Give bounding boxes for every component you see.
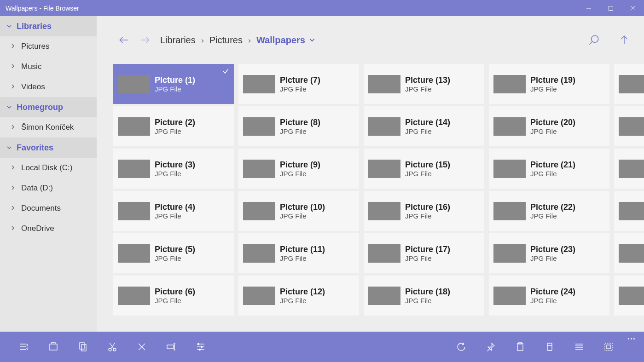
file-info: Picture (3)JPG File xyxy=(155,160,195,178)
file-info: Picture (17)JPG File xyxy=(405,245,450,262)
new-folder-button[interactable] xyxy=(39,332,68,362)
file-tile[interactable]: Picture (16)JPG File xyxy=(364,191,484,231)
up-button[interactable] xyxy=(614,29,635,51)
maximize-button[interactable] xyxy=(600,0,622,16)
sidebar-section-favorites[interactable]: Favorites xyxy=(0,138,97,158)
file-type: JPG File xyxy=(405,212,450,220)
file-thumbnail xyxy=(243,287,275,305)
file-tile[interactable]: Picture (3)JPG File xyxy=(113,149,234,189)
file-tile[interactable]: Picture (25)JPG File xyxy=(614,64,644,104)
file-name: Picture (4) xyxy=(155,202,195,212)
file-thumbnail xyxy=(368,202,400,220)
file-type: JPG File xyxy=(530,127,575,135)
file-type: JPG File xyxy=(280,85,320,93)
sidebar-item-local-disk-c-[interactable]: Local Disk (C:) xyxy=(0,158,97,178)
file-info: Picture (15)JPG File xyxy=(405,160,450,178)
paste-button[interactable] xyxy=(505,332,535,362)
file-tile[interactable]: Picture (28)JPG File xyxy=(614,191,644,231)
file-tile[interactable]: Picture (12)JPG File xyxy=(238,276,359,316)
file-thumbnail xyxy=(619,75,644,93)
file-tile[interactable]: Picture (26)JPG File xyxy=(614,106,644,146)
file-type: JPG File xyxy=(530,212,575,220)
delete-button[interactable] xyxy=(127,332,157,362)
svg-rect-30 xyxy=(547,343,552,351)
file-tile[interactable]: Picture (5)JPG File xyxy=(113,233,234,273)
cut-button[interactable] xyxy=(98,332,127,362)
file-tile[interactable]: Picture (27)JPG File xyxy=(614,149,644,189)
rename-button[interactable] xyxy=(157,332,186,362)
breadcrumb-current[interactable]: Wallpapers xyxy=(256,35,305,46)
pin-button[interactable] xyxy=(476,332,505,362)
file-type: JPG File xyxy=(405,127,450,135)
select-all-button[interactable] xyxy=(9,332,39,362)
refresh-button[interactable] xyxy=(447,332,476,362)
chevron-right-icon xyxy=(10,163,16,172)
rotate-button[interactable] xyxy=(535,332,564,362)
file-tile[interactable]: Picture (19)JPG File xyxy=(489,64,609,104)
file-info: Picture (18)JPG File xyxy=(405,287,450,305)
copy-button[interactable] xyxy=(68,332,98,362)
bottom-toolbar xyxy=(0,332,644,362)
file-tile[interactable]: Picture (15)JPG File xyxy=(364,149,484,189)
sidebar-section-libraries[interactable]: Libraries xyxy=(0,16,97,36)
file-tile[interactable]: Picture (24)JPG File xyxy=(489,276,609,316)
file-tile[interactable]: Picture (6)JPG File xyxy=(113,276,234,316)
chevron-right-icon xyxy=(10,184,16,193)
file-tile[interactable]: Picture (23)JPG File xyxy=(489,233,609,273)
file-tile[interactable]: Picture (20)JPG File xyxy=(489,106,609,146)
file-tile[interactable]: Picture (9)JPG File xyxy=(238,149,359,189)
file-type: JPG File xyxy=(155,127,195,135)
list-view-button[interactable] xyxy=(564,332,594,362)
sidebar-item-videos[interactable]: Videos xyxy=(0,77,97,97)
sidebar-item-documents[interactable]: Documents xyxy=(0,198,97,218)
svg-rect-10 xyxy=(80,343,84,349)
file-tile[interactable]: Picture (11)JPG File xyxy=(238,233,359,273)
file-tile[interactable]: Picture (22)JPG File xyxy=(489,191,609,231)
chevron-right-icon xyxy=(247,35,252,46)
chevron-right-icon xyxy=(10,42,16,51)
file-type: JPG File xyxy=(280,170,320,178)
file-tile[interactable]: Picture (29)JPG File xyxy=(614,233,644,273)
sidebar-section-homegroup[interactable]: Homegroup xyxy=(0,97,97,117)
file-type: JPG File xyxy=(155,297,195,305)
file-tile[interactable]: Picture (1)JPG File xyxy=(113,64,234,104)
file-name: Picture (14) xyxy=(405,118,450,127)
grid-view-button[interactable] xyxy=(594,332,623,362)
sidebar-item--imon-kon-ek[interactable]: Šimon Koníček xyxy=(0,117,97,138)
chevron-down-icon xyxy=(6,103,12,112)
sidebar-item-pictures[interactable]: Pictures xyxy=(0,36,97,57)
file-tile[interactable]: Picture (7)JPG File xyxy=(238,64,359,104)
close-button[interactable] xyxy=(622,0,644,16)
file-tile[interactable]: Picture (18)JPG File xyxy=(364,276,484,316)
file-info: Picture (1)JPG File xyxy=(155,75,195,93)
search-button[interactable] xyxy=(583,29,604,51)
file-thumbnail xyxy=(368,244,400,263)
file-tile[interactable]: Picture (4)JPG File xyxy=(113,191,234,231)
chevron-down-icon[interactable] xyxy=(309,35,315,46)
file-name: Picture (18) xyxy=(405,287,450,297)
breadcrumb-part[interactable]: Pictures xyxy=(209,35,243,46)
sidebar-item-music[interactable]: Music xyxy=(0,57,97,77)
file-type: JPG File xyxy=(405,297,450,305)
file-tile[interactable]: Picture (14)JPG File xyxy=(364,106,484,146)
file-info: Picture (13)JPG File xyxy=(405,75,450,93)
file-thumbnail xyxy=(118,287,150,305)
file-name: Picture (9) xyxy=(280,160,320,170)
minimize-button[interactable] xyxy=(578,0,600,16)
file-tile[interactable]: Picture (2)JPG File xyxy=(113,106,234,146)
file-tile[interactable]: Picture (13)JPG File xyxy=(364,64,484,104)
breadcrumb-part[interactable]: Libraries xyxy=(160,35,196,46)
properties-button[interactable] xyxy=(186,332,215,362)
file-tile[interactable]: Picture (30)JPG File xyxy=(614,276,644,316)
file-thumbnail xyxy=(118,75,150,93)
more-button[interactable] xyxy=(628,338,635,339)
sidebar-item-data-d-[interactable]: Data (D:) xyxy=(0,178,97,198)
file-tile[interactable]: Picture (10)JPG File xyxy=(238,191,359,231)
sidebar-item-onedrive[interactable]: OneDrive xyxy=(0,218,97,239)
forward-button[interactable] xyxy=(134,29,156,51)
file-tile[interactable]: Picture (8)JPG File xyxy=(238,106,359,146)
file-info: Picture (24)JPG File xyxy=(530,287,575,305)
file-tile[interactable]: Picture (17)JPG File xyxy=(364,233,484,273)
file-tile[interactable]: Picture (21)JPG File xyxy=(489,149,609,189)
back-button[interactable] xyxy=(113,29,134,51)
